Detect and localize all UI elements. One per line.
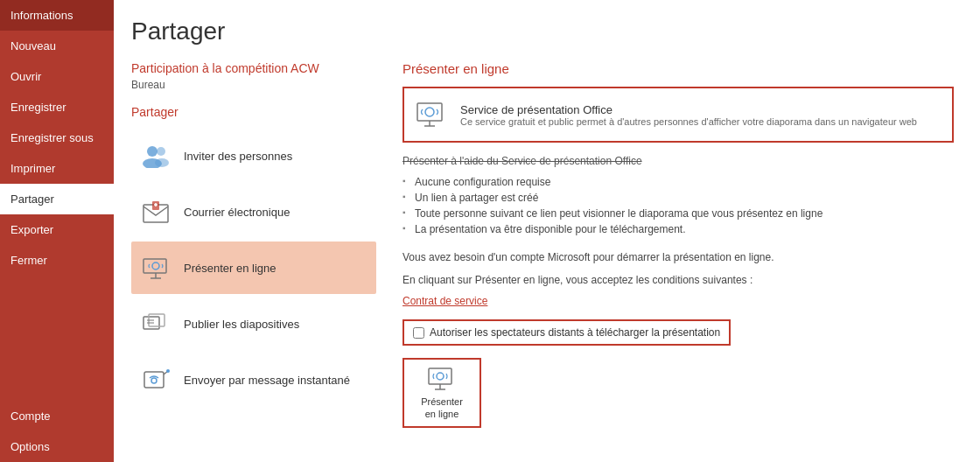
sidebar: Informations Nouveau Ouvrir Enregistrer …: [0, 0, 114, 462]
sidebar-item-enregistrer-sous[interactable]: Enregistrer sous: [0, 122, 114, 153]
present-btn-icon: [426, 366, 458, 392]
competition-title: Participation à la compétition ACW: [131, 61, 376, 75]
right-column: Présenter en ligne Service de présentati…: [402, 61, 954, 428]
info-text-2: En cliquant sur Présenter en ligne, vous…: [402, 272, 954, 288]
service-box-title: Service de présentation Office: [460, 103, 917, 116]
courrier-label: Courrier électronique: [184, 206, 290, 219]
bullet-item-2: Toute personne suivant ce lien peut visi…: [402, 206, 954, 221]
envoyer-label: Envoyer par message instantané: [184, 374, 350, 387]
sidebar-item-enregistrer[interactable]: Enregistrer: [0, 92, 114, 122]
info-text-1: Vous avez besoin d'un compte Microsoft p…: [402, 249, 954, 265]
main-content: Partager Participation à la compétition …: [114, 0, 980, 462]
svg-point-23: [425, 108, 434, 116]
sidebar-item-compte[interactable]: Compte: [0, 401, 114, 431]
publier-icon: [140, 308, 172, 340]
bullet-list: Aucune configuration requise Un lien à p…: [402, 174, 954, 237]
svg-rect-24: [429, 368, 452, 384]
share-item-presenter[interactable]: Présenter en ligne: [131, 242, 376, 294]
service-box-text: Service de présentation Office Ce servic…: [460, 103, 917, 127]
share-items-list: Inviter des personnes Courrier électroni…: [131, 130, 376, 406]
left-column: Participation à la compétition ACW Burea…: [131, 61, 376, 428]
content-area: Participation à la compétition ACW Burea…: [131, 61, 954, 428]
sidebar-item-options[interactable]: Options: [0, 431, 114, 462]
presenter-icon: [140, 252, 172, 284]
share-item-courrier[interactable]: Courrier électronique: [131, 186, 376, 238]
sidebar-item-fermer[interactable]: Fermer: [0, 245, 114, 276]
right-section-title: Présenter en ligne: [402, 61, 954, 76]
contrat-link[interactable]: Contrat de service: [402, 295, 954, 307]
share-item-publier[interactable]: Publier les diapositives: [131, 298, 376, 350]
sidebar-item-partager[interactable]: Partager: [0, 184, 114, 214]
inviter-label: Inviter des personnes: [184, 150, 292, 163]
present-btn-label: Présenteren ligne: [421, 396, 463, 421]
service-box[interactable]: Service de présentation Office Ce servic…: [402, 87, 954, 143]
bullet-item-3: La présentation va être disponible pour …: [402, 221, 954, 237]
envoyer-icon: [140, 364, 172, 396]
courrier-icon: [140, 196, 172, 228]
bullet-item-0: Aucune configuration requise: [402, 174, 954, 190]
presenter-label: Présenter en ligne: [184, 262, 276, 275]
present-online-button[interactable]: Présenteren ligne: [402, 358, 481, 428]
svg-point-17: [151, 378, 157, 383]
sidebar-item-nouveau[interactable]: Nouveau: [0, 31, 114, 61]
share-item-inviter[interactable]: Inviter des personnes: [131, 130, 376, 182]
sidebar-item-ouvrir[interactable]: Ouvrir: [0, 61, 114, 92]
svg-rect-16: [144, 372, 164, 388]
share-section-title: Partager: [131, 105, 376, 119]
share-item-envoyer[interactable]: Envoyer par message instantané: [131, 354, 376, 406]
service-box-desc: Ce service gratuit et public permet à d'…: [460, 116, 917, 127]
sidebar-item-informations[interactable]: Informations: [0, 0, 114, 31]
svg-point-27: [437, 373, 444, 380]
checkbox-row: Autoriser les spectateurs distants à tél…: [402, 319, 731, 346]
competition-subtitle: Bureau: [131, 79, 376, 91]
bullet-item-1: Un lien à partager est créé: [402, 190, 954, 206]
inviter-icon: [140, 140, 172, 172]
sidebar-item-exporter[interactable]: Exporter: [0, 214, 114, 245]
present-subtitle: Présenter à l'aide du Service de présent…: [402, 155, 954, 167]
svg-point-3: [155, 158, 169, 167]
svg-point-19: [166, 369, 170, 373]
svg-point-11: [152, 262, 159, 270]
sidebar-item-imprimer[interactable]: Imprimer: [0, 153, 114, 184]
svg-point-0: [147, 146, 158, 157]
svg-point-1: [157, 147, 165, 156]
checkbox-label[interactable]: Autoriser les spectateurs distants à tél…: [430, 326, 720, 339]
page-title: Partager: [131, 18, 954, 46]
service-box-icon: [415, 97, 450, 132]
allow-download-checkbox[interactable]: [413, 327, 424, 339]
publier-label: Publier les diapositives: [184, 318, 299, 331]
